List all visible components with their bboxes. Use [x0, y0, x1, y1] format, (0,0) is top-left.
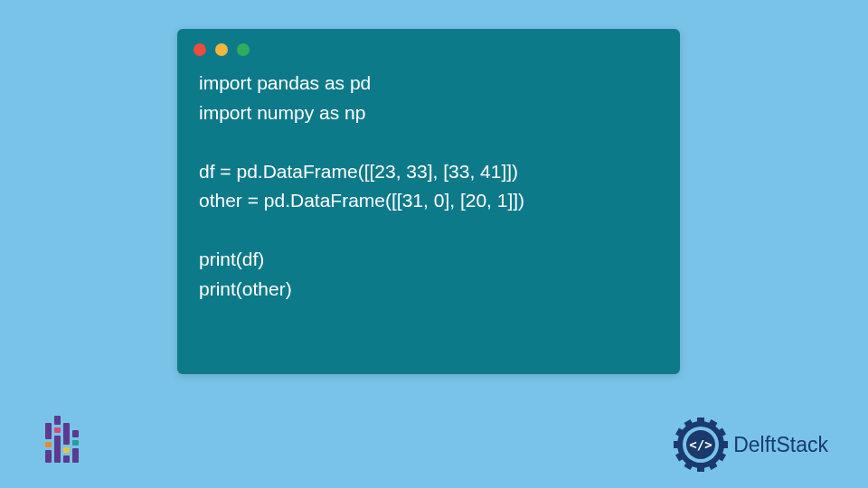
brand-name: DelftStack	[733, 433, 828, 457]
svg-text:</>: </>	[690, 437, 712, 452]
code-body: import pandas as pd import numpy as np d…	[177, 63, 680, 322]
svg-rect-1	[697, 418, 704, 425]
code-window: import pandas as pd import numpy as np d…	[177, 29, 680, 374]
column-chart-icon	[45, 416, 79, 463]
code-line: import pandas as pd	[199, 72, 371, 93]
window-controls	[177, 29, 680, 63]
code-line: import numpy as np	[199, 102, 365, 123]
maximize-dot-icon	[237, 43, 250, 56]
minimize-dot-icon	[215, 43, 228, 56]
svg-rect-7	[697, 465, 704, 472]
svg-rect-10	[674, 441, 681, 448]
code-line: print(other)	[199, 278, 292, 299]
close-dot-icon	[193, 43, 206, 56]
svg-rect-4	[721, 441, 728, 448]
gear-code-icon: </>	[674, 418, 728, 472]
code-line: df = pd.DataFrame([[23, 33], [33, 41]])	[199, 161, 518, 182]
code-line: other = pd.DataFrame([[31, 0], [20, 1]])	[199, 190, 524, 211]
delftstack-logo: </> DelftStack	[674, 418, 828, 472]
code-line: print(df)	[199, 249, 264, 269]
